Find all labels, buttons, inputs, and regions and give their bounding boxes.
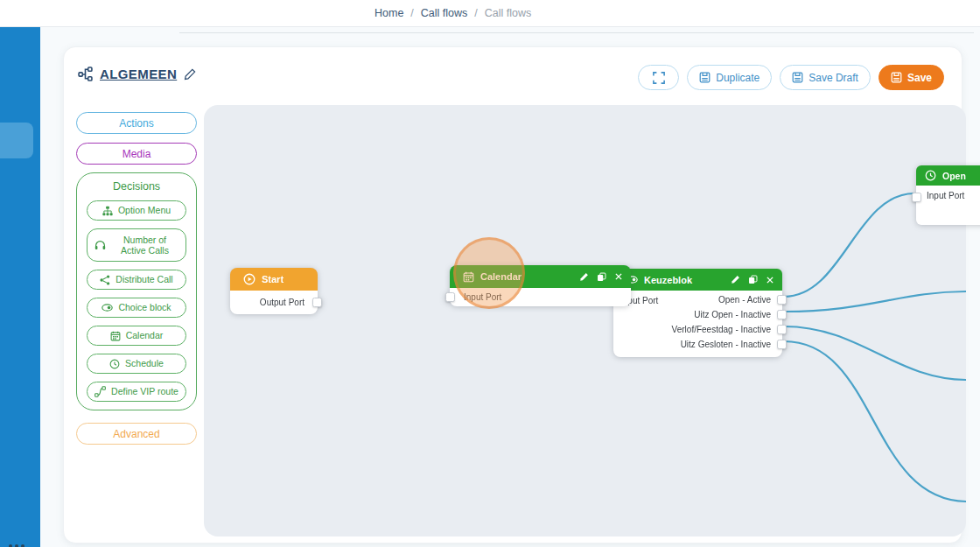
palette-item-schedule[interactable]: Schedule bbox=[87, 354, 186, 374]
breadcrumb-separator: / bbox=[410, 7, 413, 19]
node-calendar-header[interactable]: Calendar bbox=[450, 265, 631, 288]
calendar-icon bbox=[463, 271, 474, 283]
toggle-icon bbox=[102, 302, 113, 313]
node-start[interactable]: Start Output Port bbox=[230, 268, 318, 314]
close-icon[interactable] bbox=[766, 276, 774, 284]
input-port-label: Input Port bbox=[464, 292, 501, 302]
input-port-label: Input Port bbox=[927, 191, 964, 200]
connection-line bbox=[784, 193, 914, 297]
node-start-body: Output Port bbox=[230, 291, 318, 314]
node-keuzeblok-header[interactable]: Keuzeblok bbox=[613, 269, 782, 291]
palette-item-label: Schedule bbox=[125, 358, 164, 368]
breadcrumb-current: Call flows bbox=[485, 7, 532, 19]
output-port-label: Uitz Open - Inactive bbox=[694, 310, 771, 319]
output-port-row: Uitz Gesloten - Inactive bbox=[613, 337, 782, 352]
edit-pencil-icon[interactable] bbox=[579, 272, 589, 282]
palette-group-actions[interactable]: Actions bbox=[76, 112, 197, 134]
palette-item-label: Calendar bbox=[126, 330, 164, 340]
edit-pencil-icon[interactable] bbox=[731, 275, 740, 284]
close-icon[interactable] bbox=[614, 272, 623, 281]
palette-item-label: Distribute Call bbox=[116, 274, 172, 284]
fullscreen-button[interactable] bbox=[638, 65, 679, 90]
page: Home / Call flows / Call flows ALGEMEEN bbox=[0, 0, 980, 547]
output-port-label: Uitz Gesloten - Inactive bbox=[681, 340, 771, 349]
node-open-header[interactable]: Open bbox=[916, 165, 980, 186]
palette-item-label: Number of Active Calls bbox=[111, 235, 179, 256]
save-draft-label: Save Draft bbox=[808, 72, 858, 84]
copy-icon[interactable] bbox=[748, 275, 758, 284]
play-icon bbox=[243, 273, 256, 285]
flow-name-link[interactable]: ALGEMEEN bbox=[100, 67, 177, 81]
node-calendar[interactable]: Calendar Input P bbox=[450, 265, 631, 306]
clock-icon bbox=[109, 359, 120, 369]
calendar-icon bbox=[110, 331, 121, 341]
breadcrumb: Home / Call flows / Call flows bbox=[374, 0, 531, 26]
output-port-label: Output Port bbox=[260, 298, 304, 307]
fullscreen-icon bbox=[653, 72, 665, 84]
output-port-row: Open - Active bbox=[613, 292, 782, 307]
flow-title-group: ALGEMEEN bbox=[78, 67, 196, 81]
node-keuzeblok-body: Input Port Open - Active Uitz Open - Ina… bbox=[613, 291, 782, 357]
duplicate-button[interactable]: Duplicate bbox=[687, 65, 772, 90]
share-icon bbox=[100, 275, 110, 285]
node-open[interactable]: Open Input Port bbox=[916, 165, 980, 225]
save-icon bbox=[891, 72, 902, 83]
port-checkbox[interactable] bbox=[912, 193, 921, 202]
connection-line bbox=[784, 341, 966, 501]
breadcrumb-call-flows[interactable]: Call flows bbox=[421, 7, 468, 19]
node-title: Start bbox=[262, 274, 284, 284]
port-checkbox[interactable] bbox=[777, 310, 787, 319]
connection-line bbox=[784, 291, 966, 312]
palette-group-media[interactable]: Media bbox=[76, 143, 197, 165]
edit-pencil-icon[interactable] bbox=[184, 68, 196, 81]
port-checkbox[interactable] bbox=[777, 295, 787, 305]
node-start-header[interactable]: Start bbox=[230, 268, 318, 291]
port-checkbox[interactable] bbox=[312, 298, 322, 307]
toolbar: Duplicate Save Draft Save bbox=[638, 65, 944, 90]
palette-item-choice-block[interactable]: Choice block bbox=[87, 298, 186, 318]
connection-line bbox=[784, 326, 966, 380]
node-keuzeblok[interactable]: Keuzeblok Input Port bbox=[613, 269, 782, 357]
headset-icon bbox=[94, 240, 106, 251]
palette-item-distribute-call[interactable]: Distribute Call bbox=[87, 270, 186, 290]
breadcrumb-home[interactable]: Home bbox=[374, 7, 403, 19]
node-open-body: Input Port bbox=[916, 186, 980, 225]
port-checkbox[interactable] bbox=[777, 325, 787, 334]
node-calendar-body: Input Port bbox=[450, 288, 631, 306]
palette-item-number-of-active-calls[interactable]: Number of Active Calls bbox=[87, 228, 186, 262]
palette-item-define-vip-route[interactable]: Define VIP route bbox=[87, 382, 186, 402]
port-checkbox[interactable] bbox=[445, 292, 455, 302]
topbar: Home / Call flows / Call flows bbox=[0, 0, 980, 27]
node-actions bbox=[579, 272, 623, 282]
duplicate-icon bbox=[699, 72, 710, 83]
rail-active-item[interactable] bbox=[0, 123, 33, 158]
output-port-row: Uitz Open - Inactive bbox=[613, 307, 782, 322]
copy-icon[interactable] bbox=[597, 272, 606, 282]
save-draft-icon bbox=[792, 72, 803, 83]
output-port-row: Verlof/Feestdag - Inactive bbox=[613, 322, 782, 337]
save-draft-button[interactable]: Save Draft bbox=[780, 65, 871, 90]
duplicate-label: Duplicate bbox=[716, 72, 760, 84]
route-icon bbox=[94, 386, 106, 397]
output-port-label: Open - Active bbox=[718, 295, 771, 305]
palette-item-label: Option Menu bbox=[118, 205, 171, 215]
palette-item-label: Define VIP route bbox=[111, 386, 178, 396]
output-port-label: Verlof/Feestdag - Inactive bbox=[672, 325, 771, 334]
port-checkbox[interactable] bbox=[777, 340, 787, 349]
node-title: Open bbox=[942, 171, 966, 181]
decisions-title: Decisions bbox=[77, 180, 196, 193]
palette-group-advanced[interactable]: Advanced bbox=[76, 423, 197, 445]
sitemap-icon bbox=[102, 206, 113, 216]
palette-item-calendar[interactable]: Calendar bbox=[87, 326, 186, 346]
topbar-shadow-line bbox=[179, 32, 974, 33]
node-title: Calendar bbox=[480, 271, 522, 282]
save-label: Save bbox=[907, 72, 932, 84]
palette-item-option-menu[interactable]: Option Menu bbox=[87, 200, 186, 221]
flow-icon bbox=[78, 67, 93, 81]
palette-item-label: Choice block bbox=[118, 302, 171, 312]
flow-canvas[interactable]: Start Output Port Calendar bbox=[204, 105, 966, 536]
node-actions bbox=[731, 275, 774, 284]
save-button[interactable]: Save bbox=[878, 65, 944, 90]
breadcrumb-separator: / bbox=[474, 7, 477, 19]
left-nav-rail[interactable] bbox=[0, 27, 40, 547]
